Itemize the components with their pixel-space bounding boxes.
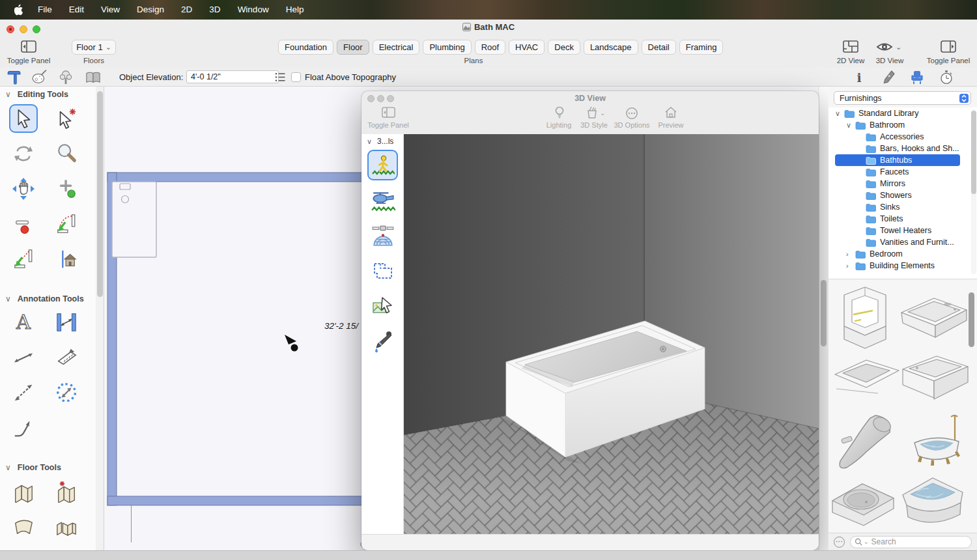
thumbnail-alcove-tub[interactable] <box>898 293 970 343</box>
thumbnail-skirted-tub[interactable] <box>898 352 970 404</box>
tree-item-bedroom[interactable]: › Bedroom <box>835 248 960 260</box>
menu-help[interactable]: Help <box>277 0 313 20</box>
tree-item-towel-heaters[interactable]: Towel Heaters <box>835 225 960 236</box>
pen-nib-icon[interactable] <box>879 69 896 86</box>
3d-viewport[interactable] <box>404 134 819 534</box>
tree-item-showers[interactable]: Showers <box>835 189 960 201</box>
section-floor-tools[interactable]: ∨ Floor Tools <box>5 463 61 472</box>
tree-item-bathtubs[interactable]: Bathtubs <box>835 154 960 166</box>
toggle-panel-left-icon[interactable] <box>21 40 36 56</box>
match-properties-tool[interactable] <box>52 104 81 133</box>
fillet-lines-tool[interactable] <box>52 210 81 238</box>
tab-foundation[interactable]: Foundation <box>278 40 333 55</box>
tree-item-building-elements[interactable]: › Building Elements <box>835 260 960 272</box>
move-objects-tool[interactable] <box>52 378 81 407</box>
menu-design[interactable]: Design <box>128 0 173 20</box>
tree-scrollbar[interactable] <box>971 109 976 274</box>
tab-framing[interactable]: Framing <box>679 40 724 55</box>
menu-file[interactable]: File <box>29 0 61 20</box>
match-wall-properties-tool[interactable] <box>52 477 81 506</box>
tab-plumbing[interactable]: Plumbing <box>423 40 471 55</box>
leader-line-tool[interactable] <box>9 413 38 442</box>
tab-hvac[interactable]: HVAC <box>509 40 545 55</box>
thumbnail-drop-in-tub[interactable] <box>832 356 901 398</box>
select-objects-tool[interactable] <box>9 104 38 133</box>
lighting-icon[interactable] <box>554 106 565 122</box>
tree-item-toilets[interactable]: Toilets <box>835 213 960 225</box>
rotate-tool[interactable] <box>9 139 38 168</box>
2d-view-icon[interactable] <box>843 40 858 56</box>
pony-wall-tool[interactable] <box>52 512 81 541</box>
zoom-tool[interactable] <box>52 139 81 168</box>
tree-item-bars-hooks[interactable]: Bars, Hooks and Sh... <box>835 143 960 154</box>
3d-view-icon[interactable]: ⌄ <box>876 41 901 53</box>
color-eyedropper-tool[interactable] <box>369 327 397 356</box>
thumbnails-scrollbar-thumb[interactable] <box>969 292 974 347</box>
tab-detail[interactable]: Detail <box>642 40 676 55</box>
chevron-expanded-icon[interactable]: ∨ <box>835 109 844 118</box>
library-category-select[interactable]: Furnishings <box>834 91 971 105</box>
toggle-panel-right-icon[interactable] <box>941 40 956 56</box>
pan-tool[interactable] <box>9 175 38 203</box>
tree-item-faucets[interactable]: Faucets <box>835 166 960 178</box>
tree-item-bathroom[interactable]: ∨ Bathroom <box>835 119 960 131</box>
object-elevation-input[interactable] <box>186 70 279 83</box>
tree-item-mirrors[interactable]: Mirrors <box>835 178 960 189</box>
thumbnail-corner-tub[interactable] <box>828 476 897 531</box>
tab-floor[interactable]: Floor <box>337 40 369 55</box>
palette-scrollbar[interactable] <box>96 87 104 560</box>
tab-landscape[interactable]: Landscape <box>584 40 638 55</box>
build-walls-tool[interactable] <box>9 477 38 506</box>
section-editing-tools[interactable]: ∨ Editing Tools <box>5 90 68 99</box>
menu-view[interactable]: View <box>92 0 128 20</box>
thumbnail-clawfoot-tub[interactable] <box>905 413 967 477</box>
float-above-topography-checkbox[interactable] <box>291 72 301 82</box>
thumbnail-tub-spout[interactable] <box>832 413 898 474</box>
furnishings-chair-icon[interactable] <box>909 69 926 86</box>
3d-view-window[interactable]: 3D View Toggle Panel Lighting ⌄ 3D Style… <box>361 91 819 550</box>
plan-camera-tool[interactable] <box>369 257 397 285</box>
cross-section-tool[interactable] <box>52 245 81 273</box>
elevation-list-icon[interactable] <box>274 72 286 85</box>
3d-style-icon[interactable]: ⌄ <box>586 106 605 119</box>
materials-palette-icon[interactable] <box>31 69 48 86</box>
adjust-view-tool[interactable] <box>369 292 397 320</box>
palette-scrollbar-thumb[interactable] <box>97 91 103 297</box>
info-icon[interactable]: i <box>851 69 868 86</box>
3d-tools-header[interactable]: 3...ls <box>377 137 393 146</box>
3d-options-icon[interactable] <box>625 107 638 122</box>
chevron-expanded-icon[interactable]: ∨ <box>367 137 372 146</box>
tree-scrollbar-thumb[interactable] <box>971 111 976 194</box>
section-annotation-tools[interactable]: ∨ Annotation Tools <box>5 294 84 303</box>
tab-electrical[interactable]: Electrical <box>373 40 420 55</box>
delete-node-tool[interactable] <box>9 210 38 238</box>
floors-dropdown[interactable]: Floor 1⌄ <box>72 40 116 55</box>
tree-item-sinks[interactable]: Sinks <box>835 201 960 213</box>
menu-edit[interactable]: Edit <box>61 0 92 20</box>
manual-dimension-tool[interactable] <box>9 343 38 372</box>
tree-item-vanities[interactable]: Vanities and Furnit... <box>835 236 960 248</box>
interior-dimension-tool[interactable] <box>52 308 81 337</box>
fly-over-tool[interactable] <box>369 186 397 215</box>
walkthrough-tool[interactable] <box>367 150 398 180</box>
menu-2d[interactable]: 2D <box>173 0 201 20</box>
add-node-tool[interactable] <box>52 175 81 203</box>
point-to-point-dimension-tool[interactable] <box>9 378 38 407</box>
orbit-satellite-tool[interactable] <box>369 221 397 250</box>
3d-toggle-panel-icon[interactable] <box>382 107 395 121</box>
apple-menu-icon[interactable] <box>14 4 24 16</box>
plants-tree-icon[interactable] <box>57 69 74 86</box>
tree-item-standard-library[interactable]: ∨ Standard Library <box>835 107 960 119</box>
history-clock-icon[interactable] <box>938 69 955 86</box>
chamfer-lines-tool[interactable] <box>9 245 38 273</box>
tree-item-accessories[interactable]: Accessories <box>835 131 960 143</box>
library-book-icon[interactable] <box>85 69 102 86</box>
preview-icon[interactable] <box>664 106 677 122</box>
tab-deck[interactable]: Deck <box>548 40 580 55</box>
curved-wall-tool[interactable] <box>9 512 38 541</box>
build-hammer-icon[interactable] <box>7 69 23 86</box>
menu-window[interactable]: Window <box>229 0 277 20</box>
rich-text-tool[interactable]: A <box>9 308 38 337</box>
search-input[interactable] <box>870 537 967 547</box>
tab-roof[interactable]: Roof <box>475 40 505 55</box>
